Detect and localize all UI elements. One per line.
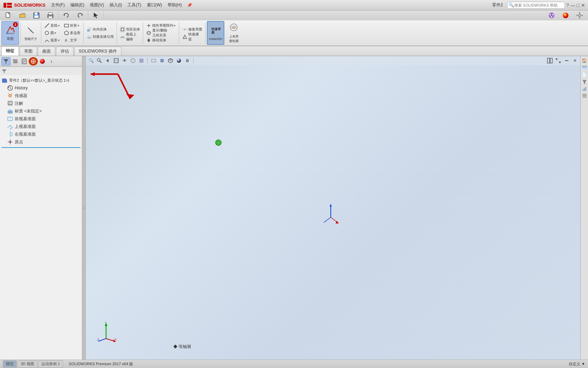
status-customize[interactable]: 自定义 ▼ (569, 361, 585, 367)
full-screen-btn[interactable] (554, 57, 562, 64)
svg-rect-2 (7, 6, 12, 8)
tree-front-plane[interactable]: 前视基准面 (0, 115, 82, 123)
right-layers-btn[interactable] (581, 64, 588, 71)
menu-window[interactable]: 窗口(W) (144, 1, 165, 9)
snap-btn[interactable]: 快速捕捉 (181, 33, 204, 40)
polygon-btn[interactable]: 多边形 (62, 29, 82, 36)
menu-help[interactable]: 帮助(H) (165, 1, 185, 9)
tab-sketch[interactable]: 草图 (20, 47, 37, 56)
menu-tools[interactable]: 工具(T) (125, 1, 144, 9)
panel-filter-btn[interactable] (1, 57, 10, 66)
surface-btn[interactable]: 曲面上偏移 (118, 33, 141, 40)
options-btn[interactable] (573, 10, 587, 21)
svg-marker-46 (183, 35, 187, 39)
panel-feature-tree-btn[interactable] (10, 57, 20, 66)
menu-edit[interactable]: 编辑(E) (68, 1, 87, 9)
select-btn[interactable] (89, 10, 103, 21)
instant2d-btn[interactable]: 快速草 图 Instant2D (207, 21, 225, 45)
svg-rect-126 (585, 87, 586, 91)
svg-marker-42 (147, 40, 150, 42)
undo-btn[interactable] (59, 10, 73, 21)
appearance-btn[interactable] (559, 10, 573, 21)
move-btn[interactable]: 移动实体 (145, 37, 177, 44)
render-btn[interactable] (175, 57, 183, 64)
hide-show-btn[interactable]: 👁 (121, 57, 128, 64)
right-home-btn[interactable]: 🏠 (581, 57, 588, 64)
menu-view[interactable]: 视图(V) (87, 1, 107, 9)
tree-material[interactable]: 材质 <未指定> (0, 107, 82, 115)
right-filter-btn[interactable] (581, 79, 588, 85)
search-input[interactable] (514, 3, 563, 7)
sketch-btn[interactable]: 草图 2 (1, 21, 19, 45)
toolbar-separator2 (193, 58, 194, 63)
view-cube-btn[interactable] (167, 57, 174, 64)
view-tab-motion[interactable]: 运动算例 1 (38, 360, 63, 368)
new-btn[interactable] (1, 10, 15, 21)
view-tab-3d[interactable]: 3D 视图 (18, 360, 37, 368)
minimize-panel-btn[interactable] (563, 57, 570, 64)
line-btn[interactable]: 直线 ▼ (43, 22, 62, 29)
canvas-area[interactable]: 🔍 👁 (86, 56, 580, 360)
close-panel-btn[interactable]: ✕ (571, 57, 579, 64)
tree-right-plane[interactable]: 右视基准面 (0, 130, 82, 138)
tab-surface[interactable]: 曲面 (38, 47, 55, 56)
display-mode-btn[interactable] (138, 57, 145, 64)
tab-evaluate[interactable]: 评估 (56, 47, 74, 56)
menu-file[interactable]: 文件(F) (48, 1, 68, 9)
panel-appearance-btn[interactable] (38, 57, 47, 66)
tree-history[interactable]: History (0, 84, 82, 92)
tree-annotation[interactable]: 注解 (0, 100, 82, 107)
panel-property-btn[interactable] (20, 57, 29, 66)
text-btn[interactable]: A 文字 (62, 37, 82, 44)
revolve-btn[interactable]: 转换实体引用 (85, 33, 115, 40)
collapse-panel-handle[interactable]: ‹ (82, 56, 86, 360)
view-palette-btn[interactable] (545, 10, 559, 21)
tree-root[interactable]: 零件2（默认<<默认>_显示状态 1>) (0, 76, 82, 84)
search-box[interactable]: 🔍 (507, 2, 565, 9)
history-icon (7, 85, 13, 91)
svg-marker-12 (94, 13, 98, 18)
view-orient-btn[interactable] (158, 57, 166, 64)
print-btn[interactable] (43, 10, 57, 21)
tree-sensor[interactable]: 传感器 (0, 92, 82, 100)
tab-plugins[interactable]: SOLIDWORKS 插件 (74, 47, 121, 56)
origin-triad: Z Y X (96, 321, 117, 342)
section-view-btn[interactable] (112, 57, 120, 64)
display-btn[interactable]: 显示/删除几何关系 (145, 29, 177, 36)
panel-more-btn[interactable]: › (47, 57, 56, 66)
tree-origin[interactable]: 原点 (0, 138, 82, 146)
zoom-fit-btn[interactable]: 🔍 (87, 57, 95, 64)
svg-text:快速草: 快速草 (211, 27, 221, 31)
save-btn[interactable] (29, 10, 43, 21)
right-doc-btn[interactable]: 📄 (581, 71, 588, 78)
monitor-btn[interactable]: 🖥 (183, 57, 191, 64)
circle-btn[interactable]: 圆 ▼ (43, 29, 62, 36)
svg-marker-33 (87, 27, 91, 29)
view-tab-model[interactable]: 模型 (3, 360, 17, 368)
help-icon[interactable]: ? (566, 2, 569, 8)
menu-insert[interactable]: 插入(I) (107, 1, 125, 9)
right-chart-btn[interactable] (581, 86, 588, 92)
close-btn[interactable]: ✕ (581, 2, 585, 8)
redo-btn[interactable] (73, 10, 87, 21)
view-tabs: 模型 3D 视图 运动算例 1 (3, 360, 63, 368)
edit-appearance-btn[interactable] (129, 57, 137, 64)
minimize-btn[interactable]: — (570, 2, 575, 8)
rect-btn[interactable]: 矩形 ▼ (62, 22, 82, 29)
panel-mate-btn[interactable] (29, 57, 38, 66)
hide-planes-btn[interactable] (150, 57, 158, 64)
open-btn[interactable] (15, 10, 29, 21)
smart-dim-btn[interactable]: → 智能尺寸 (22, 21, 40, 45)
arc-btn[interactable]: 弧形 ▼ (43, 37, 62, 44)
zoom-select-btn[interactable] (96, 57, 103, 64)
previous-view-btn[interactable] (104, 57, 112, 64)
tree-top-plane[interactable]: 上视基准面 (0, 123, 82, 130)
pin-icon[interactable]: 📌 (185, 3, 194, 8)
right-list-btn[interactable] (581, 93, 588, 99)
color-sketch-btn[interactable]: 上色草图轮廓 (225, 21, 243, 45)
tab-features[interactable]: 特征 (1, 46, 19, 56)
panel-layout-btn[interactable] (546, 57, 554, 64)
maximize-btn[interactable]: □ (577, 2, 580, 8)
extrude-btn[interactable]: 向内实体 (85, 26, 115, 33)
svg-rect-86 (139, 59, 144, 63)
